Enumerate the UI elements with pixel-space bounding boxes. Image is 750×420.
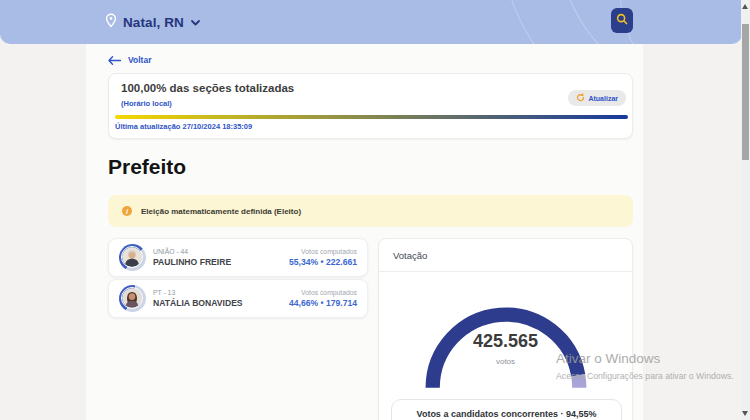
candidate-result: 55,34% • 222.661 — [289, 257, 357, 267]
votes-footer-pill: Votos a candidatos concorrentes · 94,55% — [391, 399, 622, 420]
votacao-card: Votação 425.565 votos Votos a candidatos… — [378, 238, 633, 420]
scrollbar-thumb[interactable] — [742, 24, 749, 160]
candidate-result: 44,66% • 179.714 — [289, 298, 357, 308]
location-pin-icon — [105, 13, 117, 32]
back-link[interactable]: Voltar — [108, 51, 151, 69]
refresh-button[interactable]: Atualizar — [568, 90, 626, 106]
page: Natal, RN Voltar 100,00% das seções tota… — [0, 0, 750, 420]
totalization-card: 100,00% das seções totalizadas (Horário … — [108, 73, 633, 139]
last-update-text: Última atualização 27/10/2024 18:35:09 — [115, 122, 252, 131]
votacao-title: Votação — [393, 250, 427, 261]
candidate-row[interactable]: UNIÃO - 44 PAULINHO FREIRE Votos computa… — [108, 238, 368, 277]
search-icon — [615, 12, 629, 29]
info-icon: i — [122, 206, 132, 216]
candidate-party: PT - 13 — [153, 289, 243, 296]
candidate-party: UNIÃO - 44 — [153, 248, 231, 255]
refresh-label: Atualizar — [588, 95, 618, 102]
scroll-up-arrow[interactable] — [742, 4, 748, 9]
votes-caption: Votos computados — [289, 248, 357, 255]
alert-text: Eleição matematicamente definida (Eleito… — [141, 207, 301, 216]
totalization-progress-bar — [115, 115, 628, 119]
scrollbar[interactable] — [741, 0, 750, 420]
location-label: Natal, RN — [123, 15, 184, 30]
gauge-total-votes: 425.565 — [379, 331, 632, 352]
gauge-unit-label: votos — [379, 357, 632, 366]
candidate-row[interactable]: PT - 13 NATÁLIA BONAVIDES Votos computad… — [108, 279, 368, 318]
chevron-down-icon — [190, 13, 201, 31]
back-label: Voltar — [128, 55, 151, 65]
search-button[interactable] — [611, 8, 633, 33]
candidate-name: PAULINHO FREIRE — [153, 257, 231, 267]
top-header: Natal, RN — [0, 0, 742, 44]
location-selector[interactable]: Natal, RN — [105, 0, 201, 44]
back-arrow-icon — [108, 51, 121, 69]
page-title: Prefeito — [108, 155, 186, 179]
candidate-avatar — [119, 244, 146, 271]
totalization-subtitle: (Horário local) — [121, 99, 172, 108]
scroll-down-arrow[interactable] — [742, 411, 748, 416]
totalization-title: 100,00% das seções totalizadas — [121, 82, 294, 94]
votes-footer-text: Votos a candidatos concorrentes · 94,55% — [417, 409, 597, 420]
candidate-name: NATÁLIA BONAVIDES — [153, 298, 243, 308]
votes-caption: Votos computados — [289, 289, 357, 296]
elected-alert-banner: i Eleição matematicamente definida (Elei… — [108, 195, 633, 227]
header-pattern — [620, 0, 742, 44]
divider — [379, 271, 632, 272]
candidate-avatar — [119, 285, 146, 312]
refresh-icon — [576, 93, 585, 103]
